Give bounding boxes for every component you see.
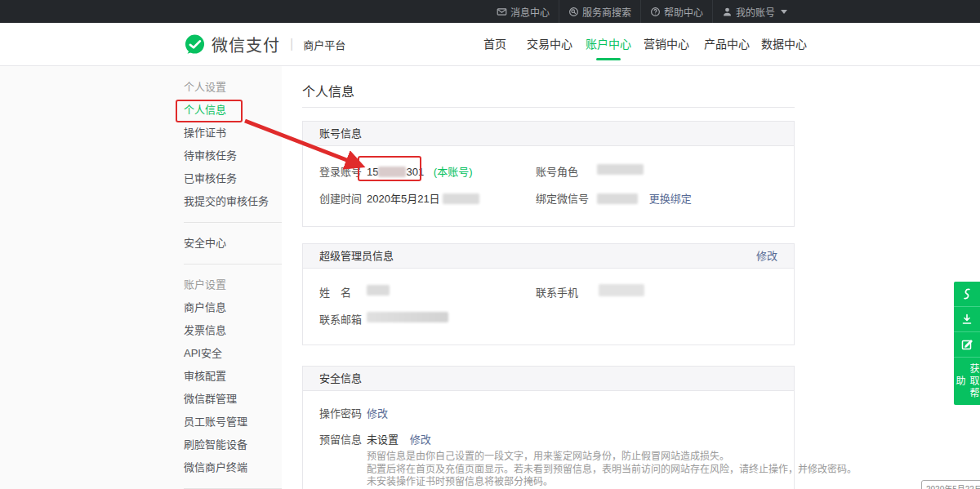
download-icon — [960, 313, 973, 326]
sidebar-divider — [184, 222, 282, 223]
rebind-link[interactable]: 更换绑定 — [649, 193, 692, 205]
mail-icon — [497, 7, 507, 17]
sidebar-section-personal-settings: 个人设置 — [184, 76, 282, 99]
contact-email-label: 联系邮箱 — [319, 311, 362, 327]
reserve-status: 未设置 — [367, 433, 399, 446]
sidebar-item-face-smart-device[interactable]: 刷脸智能设备 — [184, 433, 282, 456]
super-admin-card-header: 超级管理员信息 修改 — [303, 244, 794, 269]
chevron-down-icon — [781, 10, 787, 14]
account-role-label: 账号角色 — [536, 163, 578, 179]
sidebar-item-review-config[interactable]: 审核配置 — [184, 365, 282, 388]
super-admin-title: 超级管理员信息 — [319, 250, 394, 262]
page-title: 个人信息 — [302, 81, 354, 100]
login-account-value: 15301 (本账号) — [367, 163, 472, 179]
reserve-desc-line1: 预留信息是由你自己设置的一段文字，用来鉴定网站身份，防止假冒网站造成损失。 — [367, 451, 857, 464]
current-account-tag: (本账号) — [434, 166, 473, 178]
nav-account-center[interactable]: 账户中心 — [586, 23, 631, 65]
get-help-button[interactable]: 获取帮助 — [954, 358, 980, 405]
my-account-label: 我的账号 — [736, 5, 775, 19]
operation-password-label: 操作密码 — [319, 405, 362, 420]
account-info-card-header: 账号信息 — [303, 122, 794, 146]
reserve-info-description: 预留信息是由你自己设置的一段文字，用来鉴定网站身份，防止假冒网站造成损失。 配置… — [367, 451, 857, 489]
security-info-card: 安全信息 操作密码 修改 预留信息 未设置 修改 预留信息是由你自己设置的一段文… — [302, 366, 795, 489]
sidebar-item-pending-review-tasks[interactable]: 待审核任务 — [184, 144, 282, 167]
redacted-email — [367, 312, 448, 322]
brand: 微信支付 | 商户平台 — [184, 23, 345, 65]
reserve-info-value: 未设置 修改 — [367, 431, 431, 447]
contact-phone-label: 联系手机 — [536, 284, 578, 300]
sidebar: 个人设置 个人信息 操作证书 待审核任务 已审核任务 我提交的审核任务 安全中心… — [0, 66, 282, 489]
sidebar-item-security-center[interactable]: 安全中心 — [184, 232, 282, 255]
sidebar-item-api-security[interactable]: API安全 — [184, 342, 282, 365]
my-account-item[interactable]: 我的账号 — [712, 0, 796, 23]
redacted-login-middle — [378, 167, 406, 177]
contact-email-value — [367, 311, 448, 323]
password-modify-link[interactable]: 修改 — [367, 407, 388, 420]
message-center-item[interactable]: 消息中心 — [488, 0, 559, 23]
sidebar-item-operation-certificate[interactable]: 操作证书 — [184, 122, 282, 144]
created-time-label: 创建时间 — [319, 190, 362, 206]
portal-name: 商户平台 — [303, 37, 345, 52]
reserve-desc-line3: 未安装操作证书时预留信息将被部分掩码。 — [367, 476, 857, 489]
service-search-label: 服务商搜索 — [582, 5, 631, 19]
title-divider — [302, 107, 795, 108]
help-icon — [650, 7, 661, 17]
help-center-label: 帮助中心 — [664, 5, 703, 19]
wechat-pay-logo-icon — [184, 33, 206, 56]
nav-data-center[interactable]: 数据中心 — [761, 23, 807, 65]
sidebar-item-invoice-info[interactable]: 发票信息 — [184, 319, 282, 342]
service-search-item[interactable]: 服务商搜索 — [559, 0, 640, 23]
brand-name: 微信支付 — [212, 33, 280, 56]
link-icon — [960, 287, 973, 300]
bound-wechat-value: 更换绑定 — [597, 190, 692, 206]
sidebar-item-staff-account-management[interactable]: 员工账号管理 — [184, 411, 282, 433]
date-tooltip: 2020年5月22日 — [921, 480, 980, 489]
login-account-label: 登录账号 — [319, 163, 362, 179]
sidebar-item-my-submitted-tasks[interactable]: 我提交的审核任务 — [184, 190, 282, 213]
sidebar-item-wechat-group-management[interactable]: 微信群管理 — [184, 388, 282, 411]
operation-password-value: 修改 — [367, 405, 388, 420]
reserve-desc-line2: 配置后将在首页及充值页面显示。若未看到预留信息，表明当前访问的网站存在风险，请终… — [367, 464, 857, 477]
account-role-value — [597, 163, 644, 176]
message-center-label: 消息中心 — [510, 5, 550, 19]
reserve-modify-link[interactable]: 修改 — [410, 433, 431, 446]
login-number-prefix: 15 — [367, 166, 378, 178]
contact-phone-value — [599, 284, 644, 297]
nav-product-center[interactable]: 产品中心 — [704, 23, 750, 65]
redacted-wechat-id — [597, 193, 638, 204]
account-info-card: 账号信息 登录账号 15301 (本账号) 账号角色 创建时间 2020年5月2… — [302, 121, 795, 227]
sidebar-item-reviewed-tasks[interactable]: 已审核任务 — [184, 167, 282, 190]
created-time-value: 2020年5月21日 — [367, 190, 479, 206]
nav-home[interactable]: 首页 — [483, 23, 506, 65]
sidebar-item-wechat-merchant-terminal[interactable]: 微信商户终端 — [184, 456, 282, 479]
help-center-item[interactable]: 帮助中心 — [640, 0, 712, 23]
feedback-icon — [960, 338, 973, 351]
sidebar-item-personal-info[interactable]: 个人信息 — [184, 99, 282, 122]
sidebar-item-merchant-info[interactable]: 商户信息 — [184, 296, 282, 319]
created-date-text: 2020年5月21日 — [367, 193, 440, 205]
admin-modify-link[interactable]: 修改 — [756, 244, 777, 269]
redacted-name — [367, 285, 390, 296]
link-button[interactable] — [954, 282, 980, 307]
reserve-info-label: 预留信息 — [319, 431, 362, 447]
nav-marketing-center[interactable]: 营销中心 — [644, 23, 689, 65]
nav-transaction-center[interactable]: 交易中心 — [527, 23, 572, 65]
redacted-phone — [599, 284, 644, 296]
super-admin-card: 超级管理员信息 修改 姓 名 联系手机 联系邮箱 — [302, 243, 795, 345]
account-icon — [722, 7, 733, 17]
top-utility-bar: 消息中心 服务商搜索 帮助中心 我的账号 — [0, 0, 980, 23]
redacted-role — [597, 164, 644, 175]
redacted-created-time — [443, 193, 479, 204]
login-number-suffix: 301 — [406, 166, 424, 178]
security-info-card-header: 安全信息 — [303, 367, 794, 391]
download-button[interactable] — [954, 307, 980, 332]
sidebar-section-account-settings: 账户设置 — [184, 273, 282, 296]
bound-wechat-label: 绑定微信号 — [536, 190, 589, 206]
name-value — [367, 284, 390, 296]
service-search-icon — [568, 7, 579, 17]
feedback-button[interactable] — [954, 332, 980, 358]
brand-separator: | — [290, 37, 293, 51]
sidebar-divider — [184, 264, 282, 265]
site-header: 微信支付 | 商户平台 首页 交易中心 账户中心 营销中心 产品中心 数据中心 — [0, 23, 980, 66]
name-label: 姓 名 — [319, 284, 351, 300]
